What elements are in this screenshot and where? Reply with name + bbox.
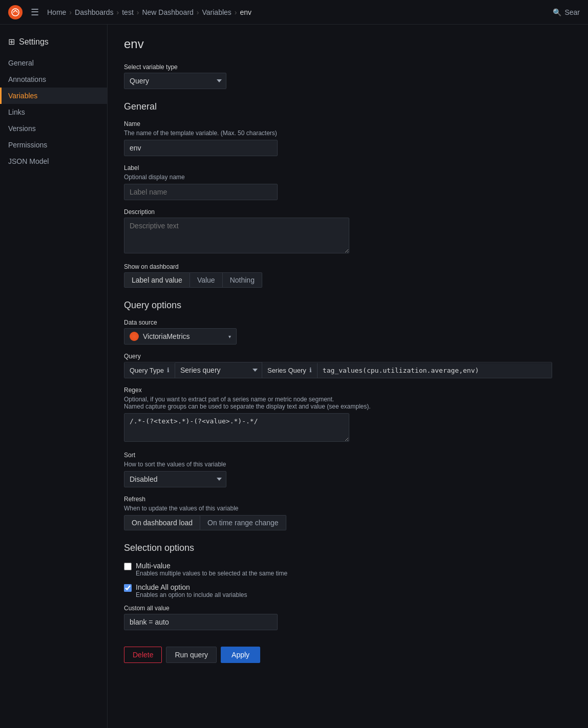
label-hint: Optional display name [124,174,552,181]
page-title: env [124,37,552,51]
name-input[interactable] [124,140,278,156]
sidebar-item-json-model[interactable]: JSON Model [0,153,107,169]
breadcrumb-sep-2: › [117,8,119,16]
datasource-selector[interactable]: VictoriaMetrics ▾ [124,328,237,345]
label-label: Label [124,164,552,172]
description-textarea[interactable] [124,218,349,253]
refresh-btn-group: On dashboard load On time range change [124,515,552,530]
main-content: env Select variable type Query Custom Co… [108,25,569,728]
regex-hint2-text: Named capture groups can be used to sepa… [124,403,371,410]
sidebar-item-label: Annotations [8,75,46,83]
victoriametrics-icon [130,332,139,341]
refresh-label: Refresh [124,496,552,503]
series-query-info-icon[interactable]: ℹ [309,367,312,374]
sidebar-item-label: Variables [8,92,37,100]
search-button[interactable]: 🔍 Sear [553,8,580,16]
sidebar-item-variables[interactable]: Variables [0,88,107,104]
sidebar-item-versions[interactable]: Versions [0,120,107,137]
refresh-group: Refresh When to update the values of thi… [124,496,552,530]
regex-hint: Optional, if you want to extract part of… [124,396,552,410]
sidebar-item-links[interactable]: Links [0,104,107,120]
variable-type-label: Select variable type [124,63,552,71]
breadcrumb-sep-5: › [235,8,237,16]
show-btn-group: Label and value Value Nothing [124,272,552,288]
multi-value-hint: Enables multiple values to be selected a… [136,570,287,577]
show-on-dashboard-label: Show on dashboard [124,263,552,270]
sidebar-item-annotations[interactable]: Annotations [0,71,107,88]
multi-value-row: Multi-value Enables multiple values to b… [124,562,552,577]
sort-hint: How to sort the values of this variable [124,461,552,468]
breadcrumb-test[interactable]: test [122,8,134,16]
delete-button[interactable]: Delete [124,647,162,663]
menu-icon[interactable]: ☰ [29,5,41,20]
action-buttons: Delete Run query Apply [124,647,552,683]
datasource-name: VictoriaMetrics [143,332,224,340]
series-query-label-text: Series Query [267,367,306,374]
refresh-hint: When to update the values of this variab… [124,505,552,512]
breadcrumb-variables[interactable]: Variables [202,8,232,16]
grid-icon: ⊞ [8,37,15,47]
sidebar-item-permissions[interactable]: Permissions [0,137,107,153]
label-group: Label Optional display name [124,164,552,200]
series-query-value: tag_values(cpu.utilization.average,env) [318,363,552,378]
apply-button[interactable]: Apply [221,647,260,663]
label-input[interactable] [124,184,278,200]
breadcrumb: Home › Dashboards › test › New Dashboard… [47,8,251,16]
show-value-btn[interactable]: Value [190,272,223,288]
description-label: Description [124,208,552,216]
sidebar-item-general[interactable]: General [0,55,107,71]
data-source-label: Data source [124,319,552,326]
breadcrumb-sep-1: › [69,8,72,16]
sidebar-item-label: Links [8,108,25,116]
logo-icon[interactable] [8,5,23,19]
variable-type-group: Select variable type Query Custom Consta… [124,63,552,89]
search-icon: 🔍 [553,8,561,16]
show-label-value-btn[interactable]: Label and value [124,272,190,288]
custom-all-input[interactable] [124,614,278,630]
query-type-label-cell: Query Type ℹ [124,363,175,378]
query-type-select[interactable]: Series query Label names Label values Me… [175,362,262,378]
sidebar-item-label: JSON Model [8,157,49,165]
description-group: Description [124,208,552,255]
query-type-label-text: Query Type [130,367,164,374]
selection-options-section-title: Selection options [124,543,552,553]
breadcrumb-home[interactable]: Home [47,8,66,16]
run-query-button[interactable]: Run query [166,647,217,663]
sidebar: ⊞ Settings General Annotations Variables… [0,25,108,728]
query-label: Query [124,353,552,360]
sort-select[interactable]: Disabled Alphabetical (asc) Alphabetical… [124,471,226,487]
series-query-label-cell: Series Query ℹ [262,363,318,378]
name-hint: The name of the template variable. (Max.… [124,130,552,137]
custom-all-label: Custom all value [124,605,552,612]
name-label: Name [124,120,552,127]
show-on-dashboard-group: Show on dashboard Label and value Value … [124,263,552,288]
regex-label: Regex [124,387,552,394]
breadcrumb-new-dashboard[interactable]: New Dashboard [142,8,193,16]
multi-value-checkbox[interactable] [124,563,132,570]
breadcrumb-dashboards[interactable]: Dashboards [75,8,114,16]
breadcrumb-sep-4: › [197,8,199,16]
refresh-on-time-range-btn[interactable]: On time range change [200,515,286,530]
info-icon[interactable]: ℹ [167,367,170,374]
multi-value-label[interactable]: Multi-value [136,562,171,570]
sort-group: Sort How to sort the values of this vari… [124,452,552,487]
query-row: Query Type ℹ Series query Label names La… [124,362,552,378]
include-all-hint: Enables an option to include all variabl… [136,591,247,598]
search-label: Sear [564,8,580,16]
sidebar-item-label: General [8,59,34,67]
query-options-section-title: Query options [124,300,552,311]
show-nothing-btn[interactable]: Nothing [223,272,262,288]
include-all-row: Include All option Enables an option to … [124,583,552,598]
breadcrumb-sep-3: › [137,8,139,16]
name-group: Name The name of the template variable. … [124,120,552,156]
query-group: Query Query Type ℹ Series query Label na… [124,353,552,378]
topbar: ☰ Home › Dashboards › test › New Dashboa… [0,0,588,25]
refresh-on-load-btn[interactable]: On dashboard load [124,515,200,530]
custom-all-group: Custom all value [124,605,552,630]
include-all-checkbox[interactable] [124,584,132,592]
sidebar-title: Settings [19,37,49,47]
general-section-title: General [124,101,552,112]
regex-textarea[interactable]: /.*-(?<text>.*)-(?<value>.*)-.*/ [124,413,349,442]
variable-type-select[interactable]: Query Custom Constant Data source Interv… [124,73,226,89]
include-all-label[interactable]: Include All option [136,583,190,591]
